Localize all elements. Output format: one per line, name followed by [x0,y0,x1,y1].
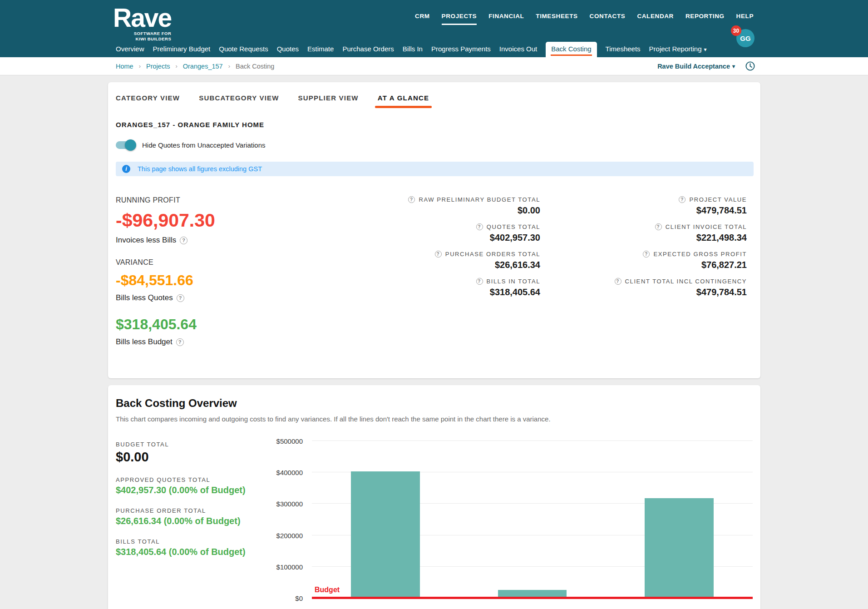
quotes-total: ?QUOTES TOTAL $402,957.30 [345,223,540,243]
page: Rave SOFTWARE FOR KIWI BUILDERS CRM PROJ… [0,0,868,609]
sub-nav-invoices-out[interactable]: Invoices Out [499,42,537,57]
y-tick-label: $200000 [276,531,303,539]
bills-total-stat: BILLS TOTAL $318,405.64 (0.00% of Budget… [116,538,283,557]
help-icon[interactable]: ? [679,196,686,203]
sub-nav-project-reporting[interactable]: Project Reporting▾ [649,42,707,57]
help-icon[interactable]: ? [435,251,442,257]
purchase-order-total-stat: PURCHASE ORDER TOTAL $26,616.34 (0.00% o… [116,507,283,526]
tab-subcategory-view[interactable]: SUBCATEGORY VIEW [199,92,279,108]
main-nav-financial[interactable]: FINANCIAL [488,13,524,25]
chart-x-axis: QuotesPurchase OrdersBills [312,605,753,609]
budget-total-stat: BUDGET TOTAL $0.00 [116,441,283,465]
sub-nav-preliminary-budget[interactable]: Preliminary Budget [153,42,211,57]
stat-value: $26,616.34 (0.00% of Budget) [116,516,283,526]
sub-nav-purchase-orders[interactable]: Purchase Orders [342,42,394,57]
bills-less-budget-value: $318,405.64 [116,316,345,333]
breadcrumb-separator: › [139,63,141,69]
y-tick-label: $400000 [276,469,303,476]
sub-nav-progress-payments[interactable]: Progress Payments [431,42,491,57]
metric-sublabel: Bills less Quotes [116,293,173,302]
y-tick-label: $0 [295,594,303,602]
y-tick-label: $100000 [276,563,303,570]
main-nav: CRM PROJECTS FINANCIAL TIMESHEETS CONTAC… [403,13,754,25]
tab-supplier-view[interactable]: SUPPLIER VIEW [298,92,359,108]
help-icon[interactable]: ? [177,294,184,302]
main-nav-crm[interactable]: CRM [415,13,430,25]
sub-nav-quotes[interactable]: Quotes [277,42,299,57]
main-nav-contacts[interactable]: CONTACTS [590,13,626,25]
sub-nav-bills-in[interactable]: Bills In [403,42,423,57]
tab-category-view[interactable]: CATEGORY VIEW [116,92,180,108]
total-value: $76,827.21 [540,260,747,270]
user-avatar[interactable]: 30 GG [735,26,755,46]
breadcrumb-home[interactable]: Home [116,63,133,70]
variance-value: -$84,551.66 [116,272,345,289]
purchase-orders-total: ?PURCHASE ORDERS TOTAL $26,616.34 [345,251,540,270]
breadcrumb-projects[interactable]: Projects [146,63,170,70]
total-value: $402,957.30 [345,233,540,243]
help-icon[interactable]: ? [176,338,184,346]
main-nav-timesheets[interactable]: TIMESHEETS [536,13,577,25]
y-tick-label: $500000 [276,437,303,445]
expected-gross-profit-total: ?EXPECTED GROSS PROFIT $76,827.21 [540,251,747,270]
running-profit-value: -$96,907.30 [116,210,345,231]
history-clock-icon[interactable] [745,61,755,71]
tab-at-a-glance[interactable]: AT A GLANCE [378,92,429,108]
gst-info-text: This page shows all figures excluding GS… [138,165,262,173]
sub-nav-timesheets[interactable]: Timesheets [606,42,641,57]
sub-nav-back-costing[interactable]: Back Costing [546,42,597,57]
total-value: $26,616.34 [345,260,540,270]
chart-section-description: This chart compares incoming and outgoin… [116,415,754,423]
metric-label: VARIANCE [116,258,345,267]
main-nav-calendar[interactable]: CALENDAR [637,13,674,25]
breadcrumb-current: Back Costing [236,63,274,70]
stat-value: $318,405.64 (0.00% of Budget) [116,547,283,557]
summary-middle-column: ?RAW PRELIMINARY BUDGET TOTAL $0.00 ?QUO… [345,196,540,360]
back-costing-chart: $0$100000$200000$300000$400000$500000 Bu… [283,441,754,609]
running-profit-metric: RUNNING PROFIT -$96,907.30 Invoices less… [116,196,345,245]
notification-badge: 30 [731,25,741,36]
help-icon[interactable]: ? [615,278,621,285]
help-icon[interactable]: ? [180,237,187,244]
metric-label: RUNNING PROFIT [116,196,345,204]
toggle-label: Hide Quotes from Unaccepted Variations [142,141,266,149]
chart-bar-bills [645,498,713,598]
main-nav-reporting[interactable]: REPORTING [686,13,725,25]
toggle-knob [125,139,136,151]
help-icon[interactable]: ? [476,223,483,230]
logo-title: Rave [113,5,171,30]
variance-metric: VARIANCE -$84,551.66 Bills less Quotes? [116,258,345,302]
sub-nav-quote-requests[interactable]: Quote Requests [219,42,268,57]
chart-section-title: Back Costing Overview [116,397,754,410]
stat-value: $0.00 [116,450,283,465]
help-icon[interactable]: ? [655,223,662,230]
chart-row: BUDGET TOTAL $0.00 APPROVED QUOTES TOTAL… [116,441,754,609]
breadcrumb-separator: › [175,63,177,69]
context-controls: Rave Build Acceptance ▾ [657,61,755,71]
help-icon[interactable]: ? [476,278,483,285]
sub-nav-overview[interactable]: Overview [116,42,144,57]
gst-info-banner: i This page shows all figures excluding … [116,162,754,176]
client-invoice-total: ?CLIENT INVOICE TOTAL $221,498.34 [540,223,747,243]
hide-quotes-toggle[interactable] [116,141,135,149]
raw-preliminary-budget-total: ?RAW PRELIMINARY BUDGET TOTAL $0.00 [345,196,540,216]
chart-stats-column: BUDGET TOTAL $0.00 APPROVED QUOTES TOTAL… [116,441,283,609]
rave-logo[interactable]: Rave SOFTWARE FOR KIWI BUILDERS [113,5,171,41]
project-sub-nav: Overview Preliminary Budget Quote Reques… [116,42,715,57]
chevron-down-icon: ▾ [732,63,735,69]
help-icon[interactable]: ? [643,251,650,257]
breadcrumb-project[interactable]: Oranges_157 [183,63,223,70]
metric-sublabel: Bills less Budget [116,337,173,347]
chart-gridline [312,441,753,441]
view-tabs: CATEGORY VIEW SUBCATEGORY VIEW SUPPLIER … [116,92,754,108]
summary-grid: RUNNING PROFIT -$96,907.30 Invoices less… [116,196,754,360]
sub-nav-estimate[interactable]: Estimate [307,42,334,57]
stat-value: $402,957.30 (0.00% of Budget) [116,485,283,495]
main-nav-help[interactable]: HELP [736,13,754,25]
help-icon[interactable]: ? [408,196,415,203]
at-a-glance-card: CATEGORY VIEW SUBCATEGORY VIEW SUPPLIER … [108,82,760,378]
main-nav-projects[interactable]: PROJECTS [442,13,477,25]
breadcrumb-bar: Home › Projects › Oranges_157 › Back Cos… [0,57,868,75]
total-value: $479,784.51 [540,205,747,216]
build-stage-selector[interactable]: Rave Build Acceptance ▾ [657,63,735,70]
